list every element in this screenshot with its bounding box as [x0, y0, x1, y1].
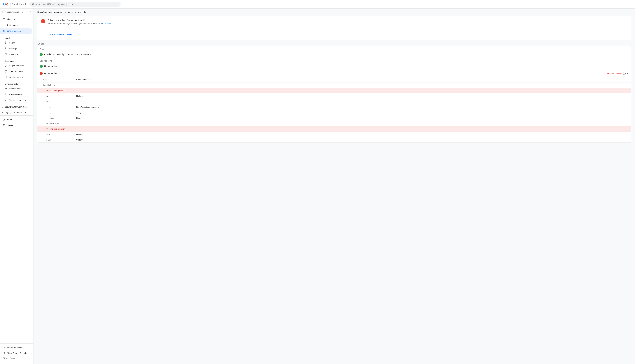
field-value-itemlistelement-2	[74, 121, 631, 126]
detected-item-2-table: type BreadcrumbList itemListElement Miss…	[37, 77, 631, 142]
legacy-chevron-icon: ▸	[3, 112, 3, 114]
field-key-name-gallery: name	[37, 137, 74, 143]
svg-point-4	[5, 49, 5, 49]
experience-chevron-icon: ▾	[3, 60, 3, 62]
sidebar-item-mobile-usability-label: Mobile Usability	[9, 76, 23, 78]
svg-point-3	[6, 48, 6, 48]
detected-item-2-header[interactable]: ! Unnamed item 2 critical issues ? ∧	[37, 70, 631, 77]
sidebar-item-sitemaps[interactable]: Sitemaps	[0, 46, 32, 51]
table-row: name Home	[37, 115, 631, 121]
app-logo[interactable]: Google Search Console	[3, 1, 27, 7]
terms-link[interactable]: Terms	[10, 357, 15, 359]
field-value-type-2: ListItem	[74, 94, 631, 99]
core-web-vitals-icon	[4, 70, 7, 73]
critical-issues-badge: 2 critical issues	[607, 72, 622, 74]
table-row: id https://casajoyanerja.com/	[37, 104, 631, 110]
detected-item-2-collapse-icon[interactable]: ∧	[627, 72, 629, 75]
svg-point-10	[6, 78, 6, 78]
alert-description: Invalid items are not eligible for Googl…	[48, 22, 627, 24]
detected-item-2-right: 2 critical issues ? ∧	[607, 72, 629, 75]
field-key-itemlistelement-1: itemListElement	[37, 82, 74, 88]
sidebar-item-core-web-vitals[interactable]: Core Web Vitals	[0, 68, 32, 74]
home-icon	[3, 18, 6, 20]
sitelinks-icon	[4, 98, 7, 102]
property-selector[interactable]: casajoyanerja.com ▾	[0, 8, 33, 15]
property-name-label: casajoyanerja.com	[7, 11, 29, 13]
help-icon[interactable]: ?	[623, 72, 625, 75]
enhancements-section-header[interactable]: ▾ Enhancements	[0, 81, 33, 86]
links-icon	[3, 118, 6, 121]
sidebar-item-submit-feedback[interactable]: Submit feedback	[0, 345, 33, 350]
sidebar-item-overview[interactable]: Overview	[0, 16, 32, 22]
table-row: type ListItem	[37, 94, 631, 99]
field-value-name-home: Home	[74, 115, 631, 121]
crawl-section-label: Crawl	[37, 46, 631, 51]
field-value-item	[74, 99, 631, 104]
view-crawled-page-button[interactable]: VIEW CRAWLED PAGE	[48, 32, 75, 37]
field-key-item: item	[37, 99, 74, 104]
detected-item-1-name: Unnamed item	[44, 65, 58, 68]
sidebar-item-page-experience-label: Page Experience	[9, 64, 24, 67]
indexing-section-header[interactable]: ▾ Indexing	[0, 36, 33, 40]
detected-item-1-left: ✓ Unnamed item	[40, 65, 58, 68]
details-section: Details Crawl ✓ Crawled successfully on …	[37, 42, 631, 143]
learn-more-link[interactable]: Learn more	[101, 22, 111, 24]
property-icon	[3, 10, 6, 13]
field-key-type-thing: type	[37, 110, 74, 115]
table-row-error-1: Missing field 'position'	[37, 88, 631, 94]
table-row: itemListElement	[37, 121, 631, 126]
sidebar-item-review-snippets[interactable]: Review snippets	[0, 92, 32, 97]
sidebar-item-sitelinks-searchbox[interactable]: Sitelinks searchbox	[0, 97, 32, 103]
missing-field-position-2: Missing field 'position'	[37, 126, 631, 132]
crawl-row: ✓ Crawled successfully on Jul 19, 2023, …	[37, 51, 631, 58]
sidebar-item-links[interactable]: Links	[0, 116, 32, 122]
view-crawled-divider: VIEW CRAWLED PAGE	[48, 27, 627, 37]
sidebar: casajoyanerja.com ▾ Overview Performance	[0, 8, 34, 364]
main-layout: casajoyanerja.com ▾ Overview Performance	[0, 8, 635, 364]
security-section-header[interactable]: ▸ Security & Manual Actions	[0, 104, 33, 108]
property-dropdown-icon: ▾	[30, 10, 31, 13]
field-value-id: https://casajoyanerja.com/	[74, 104, 631, 110]
enhancements-chevron-icon: ▾	[3, 83, 3, 85]
sidebar-item-url-inspection[interactable]: URL inspection	[0, 28, 32, 34]
svg-text:Google: Google	[3, 2, 9, 6]
privacy-link[interactable]: Privacy	[3, 357, 8, 359]
security-chevron-icon: ▸	[3, 106, 3, 108]
field-value-type-thing: Thing	[74, 110, 631, 115]
review-snippets-icon	[4, 93, 7, 96]
alert-error-icon: !	[41, 19, 45, 23]
detected-items-label: Detected items	[37, 58, 631, 62]
detected-item-1-expand-icon[interactable]: ⌄	[626, 64, 629, 68]
table-row: itemListElement	[37, 82, 631, 88]
table-row: item	[37, 99, 631, 104]
search-input[interactable]	[36, 3, 118, 6]
removals-icon	[4, 53, 7, 56]
detected-item-1-header[interactable]: ✓ Unnamed item ⌄	[37, 63, 631, 70]
mobile-icon	[4, 76, 7, 79]
sidebar-item-sitemaps-label: Sitemaps	[9, 48, 17, 50]
sidebar-item-page-experience[interactable]: Page Experience	[0, 63, 32, 68]
nav-section-main: Overview Performance URL inspection	[0, 15, 33, 35]
alert-desc-text: Invalid items are not eligible for Googl…	[48, 22, 101, 24]
detected-item-1-ok-icon: ✓	[40, 65, 43, 68]
nav-section-enhancements: ▾ Enhancements Breadcrumbs Review snippe…	[0, 81, 33, 104]
sidebar-item-mobile-usability[interactable]: Mobile Usability	[0, 74, 32, 80]
critical-issues-count: 2 critical issues	[609, 72, 622, 74]
legacy-section-header[interactable]: ▸ Legacy tools and reports	[0, 110, 33, 114]
sidebar-item-url-inspection-label: URL inspection	[7, 30, 21, 32]
search-bar[interactable]	[29, 2, 121, 7]
sidebar-item-sitelinks-label: Sitelinks searchbox	[9, 99, 26, 101]
experience-section-header[interactable]: ▾ Experience	[0, 58, 33, 63]
info-icon	[3, 352, 5, 354]
alert-content: 2 items detected: Some are invalid Inval…	[48, 19, 627, 37]
crawl-section: Crawl ✓ Crawled successfully on Jul 19, …	[37, 46, 631, 58]
sidebar-item-removals[interactable]: Removals	[0, 51, 32, 57]
sidebar-item-performance[interactable]: Performance	[0, 22, 32, 28]
sidebar-item-settings[interactable]: Settings	[0, 122, 32, 128]
sidebar-item-breadcrumbs[interactable]: Breadcrumbs	[0, 86, 32, 92]
field-key-id: id	[37, 104, 74, 110]
crawl-expand-icon[interactable]: ⌄	[626, 53, 629, 56]
svg-point-5	[7, 49, 7, 49]
sidebar-item-pages[interactable]: Pages	[0, 40, 32, 46]
sidebar-item-about[interactable]: About Search Console	[0, 350, 33, 356]
